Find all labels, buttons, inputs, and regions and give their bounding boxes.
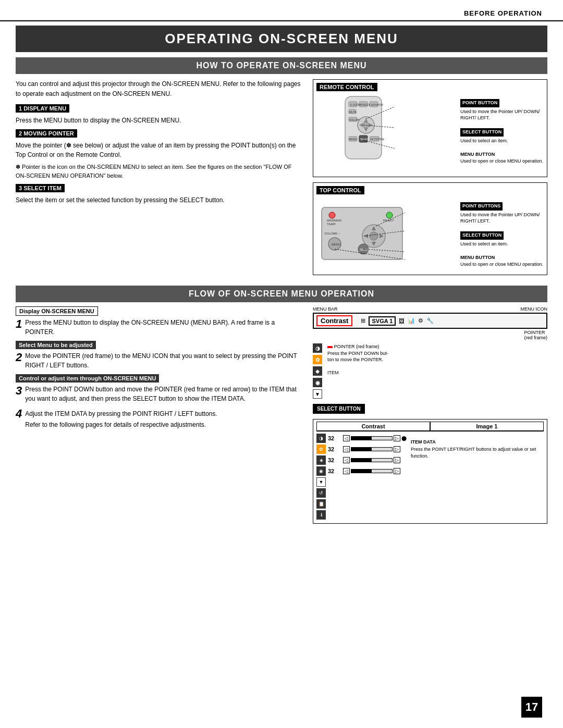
svg-text:MENU: MENU	[332, 243, 341, 246]
point-button-desc: Used to move the Pointer UP/ DOWN/ RIGHT…	[460, 108, 544, 121]
flow-step4: 4 Adjust the ITEM DATA by pressing the P…	[16, 408, 302, 429]
step3-section: 3 SELECT ITEM Select the item or set the…	[16, 184, 302, 205]
flow-section-title: FLOW OF ON-SCREEN MENU OPERATION	[16, 286, 547, 302]
data-row-down: ▼	[316, 477, 407, 487]
how-to-two-col: You can control and adjust this projecto…	[16, 79, 547, 275]
svg-point-38	[370, 232, 378, 240]
menu-bar-icon-home: ⊞	[361, 317, 365, 324]
menu-button-desc: Used to open or close MENU operation.	[460, 158, 544, 165]
progress-fill-1	[351, 437, 372, 440]
step2-title: 2 MOVING POINTER	[16, 129, 77, 138]
data-bar-2: ◁ ▷	[343, 446, 400, 452]
menu-button-label: MENU BUTTON	[460, 151, 544, 158]
svg-text:WARNING: WARNING	[327, 219, 342, 222]
data-bar-1: ◁ ▷ ⬤	[343, 435, 407, 441]
pointer-annotation: POINTER (red frame)	[313, 330, 547, 340]
items-icons-col: ◑ ✿ ◈ ◉ ▼	[313, 343, 322, 399]
intro-text: You can control and adjust this projecto…	[16, 79, 302, 99]
data-bar-4: ◁ ▷	[343, 468, 400, 474]
flow-step4-content: Adjust the ITEM DATA by pressing the POI…	[25, 408, 302, 429]
arrow-left-1[interactable]: ◁	[343, 435, 350, 441]
top-ctrl-callouts: POINT BUTTONS Used to move the Pointer U…	[460, 197, 544, 272]
data-rows-icons: ◑ 32 ◁ ▷ ⬤ ✿	[316, 434, 407, 521]
remote-ctrl-wrapper: D.ZOOM FREEZE NOSHOW MUTE VOLUME-	[316, 94, 544, 174]
item-row-tint: ◉	[313, 378, 322, 387]
top-menu-button-desc: Used to open or close MENU operation.	[460, 261, 544, 268]
data-bar-3: ◁ ▷	[343, 457, 400, 463]
arrow-left-4[interactable]: ◁	[343, 468, 350, 474]
arrow-right-3[interactable]: ▷	[394, 457, 400, 463]
svg-text:MUTE: MUTE	[349, 110, 357, 114]
item-data-desc: Press the POINT LEFT/RIGHT buttons to ad…	[411, 446, 544, 460]
point-buttons-label: POINT BUTTONS	[460, 202, 503, 211]
step1-section: 1 DISPLAY MENU Press the MENU button to …	[16, 104, 302, 125]
flow-step1-number: 1	[16, 318, 22, 330]
flow-step2-label: Select Menu to be adjusted	[16, 341, 96, 349]
data-rows-area: ◑ 32 ◁ ▷ ⬤ ✿	[316, 434, 544, 521]
svg-text:NOSHOW: NOSHOW	[371, 103, 383, 106]
top-control-title: TOP CONTROL	[316, 186, 364, 194]
point-button-label: POINT BUTTON	[460, 99, 499, 107]
flow-step4-text2: Refer to the following pages for details…	[25, 420, 302, 429]
menu-bar-diagram-wrapper: MENU BAR MENU ICON Contrast ⊞ SVGA 1 🖼 📊…	[313, 306, 547, 414]
remote-callouts: POINT BUTTON Used to move the Pointer UP…	[460, 94, 544, 174]
flow-step4-text1: Adjust the ITEM DATA by pressing the POI…	[25, 409, 302, 418]
remote-control-title: REMOTE CONTROL	[316, 83, 377, 91]
menu-icon-4: 🔧	[426, 317, 434, 324]
item-icon-contrast: ◑	[313, 343, 322, 353]
menu-icon-1: 🖼	[399, 318, 405, 324]
flow-step1-label: Display ON-SCREEN MENU	[16, 306, 98, 316]
item-row-contrast: ◑	[313, 343, 322, 353]
select-button-desc: Used to select an item.	[460, 138, 544, 144]
item-icon-brightness: ✿	[313, 355, 322, 364]
step3-title: 3 SELECT ITEM	[16, 184, 65, 192]
pointer-red-frame-box	[327, 346, 333, 348]
flow-step1: Display ON-SCREEN MENU 1 Press the MENU …	[16, 306, 302, 337]
remote-svg-area: D.ZOOM FREEZE NOSHOW MUTE VOLUME-	[316, 94, 456, 174]
flow-step3-number: 3	[16, 385, 22, 397]
arrow-right-2[interactable]: ▷	[394, 446, 400, 452]
image-col-header: Image 1	[430, 422, 544, 431]
data-row-icon6: 📋	[316, 499, 407, 509]
arrow-right-1[interactable]: ▷	[394, 435, 400, 441]
item-icon-tint: ◉	[313, 378, 322, 387]
page-container: BEFORE OPERATION OPERATING ON-SCREEN MEN…	[0, 0, 563, 728]
top-control-diagram: TOP CONTROL WARNING TEMP. RE	[313, 182, 547, 275]
data-value-1: 32	[328, 435, 341, 441]
svg-text:KEYSTONE: KEYSTONE	[370, 138, 385, 141]
step3-text: Select the item or set the selected func…	[16, 195, 302, 205]
items-and-labels: ◑ ✿ ◈ ◉ ▼	[313, 343, 547, 399]
step1-title: 1 DISPLAY MENU	[16, 104, 69, 113]
flow-step2-number: 2	[16, 351, 22, 364]
flow-step3-label: Control or adjust item through ON-SCREEN…	[16, 374, 159, 382]
svg-text:MENU: MENU	[349, 138, 357, 141]
contrast-col-header: Contrast	[316, 422, 430, 431]
svg-text:VOLUME –: VOLUME –	[324, 232, 340, 235]
menu-bar-svga: SVGA 1	[369, 316, 396, 326]
flow-step2-text: 2 Move the POINTER (red frame) to the ME…	[16, 351, 302, 370]
data-icon-3: ◈	[316, 455, 326, 465]
how-to-left-col: You can control and adjust this projecto…	[16, 79, 302, 275]
menu-bar-label: MENU BAR	[313, 306, 338, 312]
svg-point-27	[329, 212, 335, 218]
item-text: ITEM	[327, 370, 339, 375]
progress-bar-3	[351, 458, 393, 462]
top-select-button-desc: Used to select an item.	[460, 241, 544, 248]
svg-text:SELECT: SELECT	[360, 248, 372, 251]
data-icon-4: ◉	[316, 466, 326, 476]
select-button-wrapper: SELECT BUTTON	[313, 402, 547, 414]
svg-point-28	[386, 212, 393, 218]
data-icon-2: ✿	[316, 445, 326, 454]
flow-step2: Select Menu to be adjusted 2 Move the PO…	[16, 341, 302, 370]
arrow-right-4[interactable]: ▷	[394, 468, 400, 474]
data-row-2: ✿ 32 ◁ ▷	[316, 445, 407, 454]
flow-content: Display ON-SCREEN MENU 1 Press the MENU …	[0, 302, 563, 528]
data-icon-down: ▼	[316, 477, 326, 487]
flow-step1-text: 1 Press the MENU button to display the O…	[16, 318, 302, 337]
arrow-left-3[interactable]: ◁	[343, 457, 350, 463]
before-operation-header: BEFORE OPERATION	[0, 0, 563, 21]
flow-step4-number: 4	[16, 408, 22, 420]
data-icon-1: ◑	[316, 434, 326, 443]
data-value-2: 32	[328, 446, 341, 452]
arrow-left-2[interactable]: ◁	[343, 446, 350, 452]
